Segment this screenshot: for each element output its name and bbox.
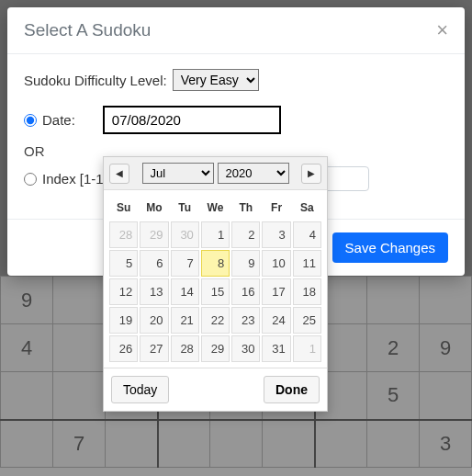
calendar-day[interactable]: 5 <box>109 250 138 277</box>
calendar-day[interactable]: 17 <box>262 278 290 305</box>
datepicker-footer: Today Done <box>104 368 327 411</box>
calendar-day[interactable]: 28 <box>109 221 138 248</box>
calendar-day[interactable]: 10 <box>262 250 290 277</box>
modal-title: Select A Sudoku <box>24 20 151 40</box>
dow-header: Sa <box>293 196 321 220</box>
index-input[interactable] <box>323 166 369 191</box>
calendar-day[interactable]: 1 <box>293 335 321 362</box>
dow-header: Mo <box>140 196 168 220</box>
index-label: Index [1-15 <box>42 171 111 187</box>
month-select[interactable]: Jul <box>142 163 214 184</box>
dow-header: We <box>201 196 230 220</box>
calendar-day[interactable]: 11 <box>293 250 321 277</box>
date-label: Date: <box>42 112 75 128</box>
calendar-day[interactable]: 23 <box>231 307 260 334</box>
calendar-day[interactable]: 2 <box>231 221 260 248</box>
difficulty-label: Sudoku Difficulty Level: <box>24 73 167 88</box>
modal-header: Select A Sudoku × <box>7 7 465 54</box>
calendar-day[interactable]: 21 <box>171 307 199 334</box>
calendar-day[interactable]: 7 <box>171 250 199 277</box>
today-button[interactable]: Today <box>111 376 169 403</box>
calendar-grid: SuMoTuWeThFrSa 2829301234567891011121314… <box>104 190 327 368</box>
calendar-day[interactable]: 25 <box>293 307 321 334</box>
calendar-day[interactable]: 13 <box>140 278 168 305</box>
dow-header: Th <box>231 196 260 220</box>
year-select[interactable]: 2020 <box>218 163 289 184</box>
calendar-day[interactable]: 29 <box>201 335 230 362</box>
calendar-day[interactable]: 8 <box>201 250 230 277</box>
calendar-day[interactable]: 26 <box>109 335 138 362</box>
close-icon[interactable]: × <box>436 20 448 40</box>
calendar-day[interactable]: 18 <box>293 278 321 305</box>
calendar-day[interactable]: 31 <box>262 335 290 362</box>
dow-header: Fr <box>262 196 290 220</box>
difficulty-select[interactable]: Very Easy <box>173 69 259 91</box>
prev-month-icon[interactable]: ◀ <box>109 164 129 184</box>
calendar-day[interactable]: 22 <box>201 307 230 334</box>
calendar-day[interactable]: 9 <box>231 250 260 277</box>
calendar-day[interactable]: 12 <box>109 278 138 305</box>
done-button[interactable]: Done <box>264 376 320 403</box>
calendar-day[interactable]: 24 <box>262 307 290 334</box>
calendar-day[interactable]: 16 <box>231 278 260 305</box>
datepicker-popup: ◀ Jul 2020 ▶ SuMoTuWeThFrSa 282930123456… <box>103 156 328 412</box>
date-radio[interactable] <box>24 114 37 127</box>
calendar-day[interactable]: 15 <box>201 278 230 305</box>
calendar-day[interactable]: 30 <box>171 221 199 248</box>
calendar-day[interactable]: 14 <box>171 278 199 305</box>
dow-header: Su <box>109 196 138 220</box>
calendar-day[interactable]: 29 <box>140 221 168 248</box>
calendar-day[interactable]: 20 <box>140 307 168 334</box>
save-changes-button[interactable]: Save Changes <box>332 232 448 263</box>
calendar-day[interactable]: 19 <box>109 307 138 334</box>
calendar-day[interactable]: 1 <box>201 221 230 248</box>
date-input[interactable] <box>103 106 281 134</box>
calendar-day[interactable]: 27 <box>140 335 168 362</box>
datepicker-header: ◀ Jul 2020 ▶ <box>104 157 327 190</box>
calendar-day[interactable]: 30 <box>231 335 260 362</box>
calendar-day[interactable]: 3 <box>262 221 290 248</box>
calendar-day[interactable]: 28 <box>171 335 199 362</box>
calendar-day[interactable]: 4 <box>293 221 321 248</box>
dow-header: Tu <box>171 196 199 220</box>
index-radio[interactable] <box>24 173 37 186</box>
next-month-icon[interactable]: ▶ <box>301 164 321 184</box>
calendar-day[interactable]: 6 <box>140 250 168 277</box>
